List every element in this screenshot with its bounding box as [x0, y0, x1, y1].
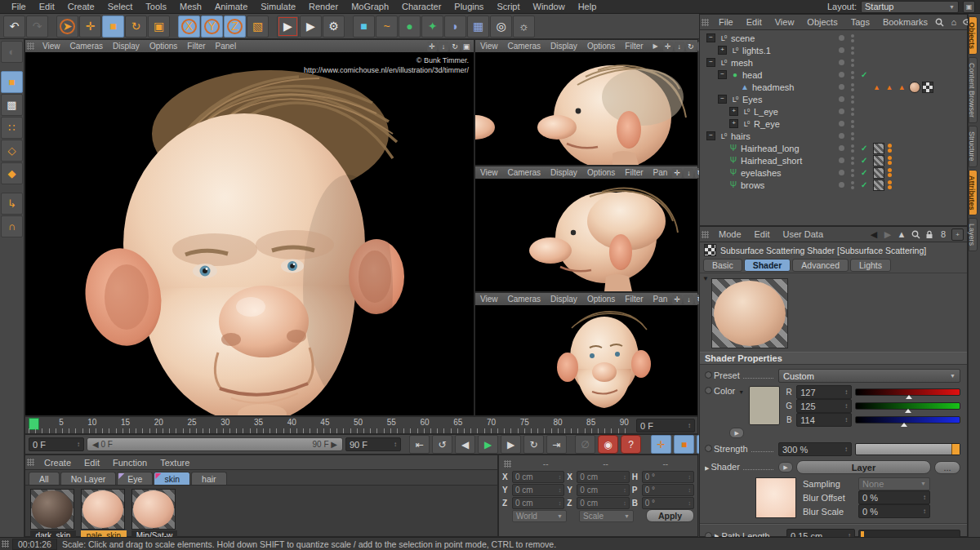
render-visibility-dots[interactable]: [851, 120, 854, 128]
rotate-tool-button[interactable]: ↻: [125, 16, 147, 38]
editor-visibility-dot[interactable]: [839, 182, 844, 188]
rot-p-field[interactable]: 0 °↕: [642, 484, 694, 496]
expander[interactable]: −: [718, 70, 727, 79]
object-name[interactable]: lights.1: [742, 46, 771, 55]
apply-button[interactable]: Apply: [646, 509, 694, 522]
vp-menu-view[interactable]: View: [475, 295, 503, 304]
menu-file[interactable]: File: [5, 2, 33, 11]
keyframe-dot[interactable]: [705, 387, 712, 394]
mat-menu-texture[interactable]: Texture: [154, 458, 196, 468]
panel-grip[interactable]: [27, 42, 34, 50]
object-name[interactable]: Eyes: [742, 95, 762, 104]
mat-menu-create[interactable]: Create: [38, 458, 78, 468]
viewport-pan-icon[interactable]: ✛: [672, 295, 682, 304]
add-environment-button[interactable]: ▦: [467, 16, 489, 38]
tree-item-l-eye[interactable]: + L⁰ L_eye: [700, 105, 967, 118]
pos-x-field[interactable]: 0 cm↕: [512, 471, 564, 483]
stepper-icon[interactable]: ↕: [394, 441, 397, 448]
stepper-icon[interactable]: ↕: [623, 487, 626, 493]
expander[interactable]: −: [706, 58, 715, 67]
editor-visibility-dot[interactable]: [839, 109, 844, 114]
home-icon[interactable]: ⌂: [948, 16, 960, 28]
parent-object-icon[interactable]: ▲: [896, 228, 907, 240]
hair-material-tag-icon[interactable]: [873, 167, 884, 179]
material-item[interactable]: Mip/Sat-w: [131, 489, 177, 541]
key-position-button[interactable]: ✛: [651, 435, 671, 454]
vp-menu-pan[interactable]: Pan: [648, 295, 673, 304]
material-tag-icon[interactable]: [909, 82, 920, 93]
viewport-render[interactable]: © Bunk Timmer. http://www.comichouse.nl/…: [25, 52, 474, 415]
enabled-check-icon[interactable]: ✓: [861, 168, 867, 177]
object-name[interactable]: mesh: [731, 58, 753, 68]
render-visibility-dots[interactable]: [851, 59, 854, 67]
menu-create[interactable]: Create: [61, 2, 101, 11]
editor-visibility-dot[interactable]: [839, 133, 844, 139]
vp-menu-cameras[interactable]: Cameras: [503, 42, 546, 51]
panel-grip[interactable]: [702, 231, 709, 238]
stepper-icon[interactable]: ↕: [559, 474, 562, 480]
vp-menu-filter[interactable]: Filter: [620, 42, 648, 51]
viewport-render[interactable]: [475, 179, 697, 291]
history-list-icon[interactable]: 8: [938, 228, 949, 240]
stepper-icon[interactable]: ↕: [688, 422, 691, 429]
expander[interactable]: +: [718, 46, 727, 55]
viewport-dolly-icon[interactable]: ↓: [439, 42, 448, 51]
enabled-check-icon[interactable]: ✓: [861, 70, 867, 79]
preview-range-slider[interactable]: ◀ 0 F 90 F ▶: [87, 437, 343, 451]
stepper-icon[interactable]: ↕: [623, 500, 626, 506]
viewport-dolly-icon[interactable]: ↓: [684, 168, 693, 178]
expander[interactable]: +: [729, 107, 738, 116]
section-header[interactable]: Shader Properties: [700, 352, 967, 365]
tag-list[interactable]: [873, 167, 892, 179]
previous-frame-button[interactable]: ◀: [455, 435, 475, 454]
render-visibility-dots[interactable]: [851, 83, 854, 91]
blur-offset-field[interactable]: 0 %↕: [858, 490, 930, 504]
start-frame-field[interactable]: 0 F ↕: [29, 437, 84, 451]
material-thumbnail[interactable]: [81, 489, 125, 530]
render-visibility-dots[interactable]: [851, 157, 854, 165]
vp-menu-display[interactable]: Display: [546, 168, 582, 177]
menu-character[interactable]: Character: [395, 2, 448, 11]
keyframe-dot[interactable]: [705, 445, 712, 452]
layout-dropdown[interactable]: Startup ▼: [861, 1, 959, 13]
vp-menu-cameras[interactable]: Cameras: [503, 295, 546, 304]
viewport-orbit-icon[interactable]: ↻: [686, 42, 696, 51]
viewport-pan-icon[interactable]: ✛: [663, 42, 673, 51]
menu-mesh[interactable]: Mesh: [173, 2, 208, 11]
play-backwards-button[interactable]: ↺: [432, 435, 452, 454]
history-forward-icon[interactable]: ▶: [882, 228, 893, 240]
vp-menu-options[interactable]: Options: [145, 42, 182, 51]
move-tool-button[interactable]: ✛: [79, 16, 101, 38]
strength-slider[interactable]: [855, 443, 960, 455]
model-mode-button[interactable]: ■: [1, 71, 23, 93]
render-visibility-dots[interactable]: [851, 71, 854, 79]
menu-script[interactable]: Script: [490, 2, 526, 11]
rot-h-field[interactable]: 0 °↕: [642, 471, 694, 483]
editor-visibility-dot[interactable]: [839, 157, 844, 163]
hair-tag-dots[interactable]: [888, 144, 892, 153]
tree-item-scene[interactable]: − L⁰ scene: [700, 32, 967, 44]
keying-help-button[interactable]: ?: [621, 435, 641, 454]
stepper-icon[interactable]: ↕: [688, 500, 691, 506]
layer-shader-button[interactable]: Layer: [796, 460, 931, 474]
add-primitive-button[interactable]: ■: [353, 16, 375, 38]
object-name[interactable]: eyelashes: [741, 168, 782, 178]
editor-visibility-dot[interactable]: [839, 47, 844, 53]
preset-dropdown[interactable]: Custom ▼: [778, 369, 960, 383]
material-item[interactable]: pale_skin: [81, 489, 127, 541]
add-deformer-button[interactable]: ✦: [421, 16, 443, 38]
material-item[interactable]: dark_skin: [30, 489, 76, 541]
undo-button[interactable]: ↶: [3, 16, 25, 38]
hair-material-tag-icon[interactable]: [873, 143, 884, 154]
tag-list[interactable]: [873, 180, 892, 191]
goto-start-button[interactable]: ⇤: [409, 435, 430, 454]
viewport-bottom-right[interactable]: View Cameras Display Options Filter Pan …: [474, 292, 698, 416]
vp-menu-panel[interactable]: Panel: [211, 42, 242, 51]
viewport-pan-icon[interactable]: ✛: [672, 168, 682, 178]
sampling-dropdown[interactable]: None▼: [858, 477, 930, 490]
hair-tag-dots[interactable]: [888, 180, 892, 189]
panel-grip[interactable]: [27, 459, 34, 466]
coordinate-system-button[interactable]: ▧: [247, 16, 269, 38]
add-panel-icon[interactable]: +: [951, 228, 964, 241]
viewport-pan-icon[interactable]: ✛: [427, 42, 437, 51]
